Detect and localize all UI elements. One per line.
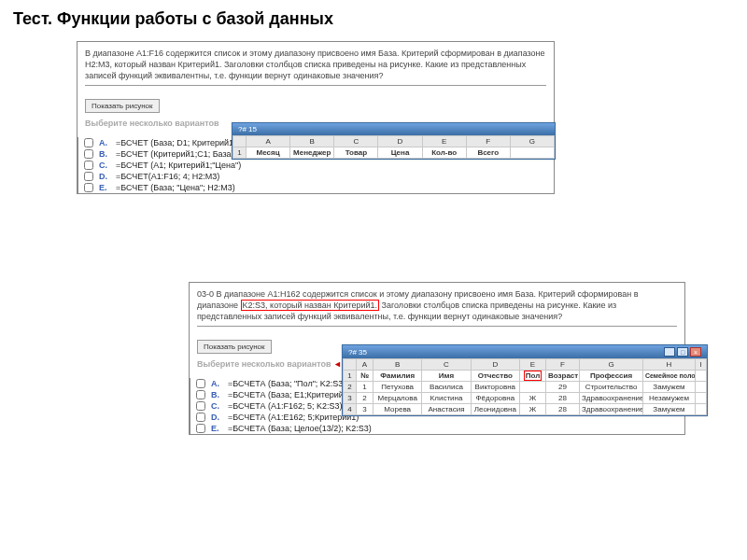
checkbox[interactable] <box>196 424 205 433</box>
show-image-button-2[interactable]: Показать рисунок <box>197 340 272 354</box>
checkbox[interactable] <box>84 161 93 170</box>
question-text-2: 03-0 В диапазоне A1:H162 содержится спис… <box>197 288 677 322</box>
show-image-button-1[interactable]: Показать рисунок <box>85 99 160 113</box>
window-title: ?# 35 <box>348 348 367 357</box>
spreadsheet-window-1: ?# 15 ABCDEFG 1МесяцМенеджерТоварЦенаКол… <box>232 122 556 160</box>
divider <box>197 326 677 327</box>
option-letter: D. <box>211 413 228 422</box>
option-letter: D. <box>99 172 116 181</box>
window-buttons: _ □ × <box>664 347 701 357</box>
window-title: ?# 15 <box>238 125 257 133</box>
checkbox[interactable] <box>196 413 205 422</box>
spreadsheet-grid: ABCDEFG 1МесяцМенеджерТоварЦенаКол-воВсе… <box>233 135 555 159</box>
option-row[interactable]: E.=БСЧЕТ (База; "Цена"; H2:M3) <box>78 182 554 193</box>
minimize-icon[interactable]: _ <box>664 347 675 357</box>
option-row[interactable]: D.=БСЧЕТ(A1:F16; 4; H2:M3) <box>78 171 554 182</box>
close-icon[interactable]: × <box>690 347 701 357</box>
checkbox[interactable] <box>84 138 93 147</box>
spreadsheet-grid: ABCDEFGHI 1№ФамилияИмяОтчествоПолВозраст… <box>343 358 707 415</box>
highlighted-range: K2:S3, который назван Критерий1. <box>241 300 379 311</box>
option-formula: =БСЧЕТА (База; "Пол"; K2:S3) <box>228 379 345 388</box>
option-formula: =БСЧЕТ (База; "Цена"; H2:M3) <box>116 183 235 192</box>
option-row[interactable]: C.=БСЧЕТ (A1; Критерий1;"Цена") <box>78 160 554 171</box>
checkbox[interactable] <box>84 149 93 159</box>
checkbox[interactable] <box>196 401 205 411</box>
option-letter: B. <box>99 149 116 159</box>
maximize-icon[interactable]: □ <box>677 347 688 357</box>
question-card-1: В диапазоне A1:F16 содержится список и э… <box>77 41 555 194</box>
option-formula: =БСЧЕТ (A1; Критерий1;"Цена") <box>116 161 241 170</box>
option-formula: =БСЧЕТ(A1:F16; 4; H2:M3) <box>116 172 219 181</box>
option-letter: A. <box>99 138 116 147</box>
option-letter: A. <box>211 379 228 388</box>
divider <box>85 85 546 86</box>
checkbox[interactable] <box>84 183 93 192</box>
page-title: Тест. Функции работы с базой данных <box>0 0 747 38</box>
window-titlebar: ?# 15 <box>233 123 555 135</box>
question-text-1: В диапазоне A1:F16 содержится список и э… <box>85 48 546 81</box>
option-row[interactable]: E.=БСЧЕТА (База; Целое(13/2); K2:S3) <box>190 423 684 434</box>
option-letter: E. <box>99 183 116 192</box>
checkbox[interactable] <box>196 390 205 399</box>
option-letter: C. <box>99 161 116 170</box>
option-formula: =БСЧЕТ (База; D1; Критерий1) <box>116 138 236 147</box>
checkbox[interactable] <box>196 379 205 388</box>
spreadsheet-window-2: ?# 35 _ □ × ABCDEFGHI 1№ФамилияИмяОтчест… <box>342 344 708 416</box>
option-formula: =БСЧЕТА (База; Целое(13/2); K2:S3) <box>228 424 372 433</box>
option-letter: E. <box>211 424 228 433</box>
red-arrow-icon: ◄ <box>331 359 342 369</box>
option-letter: C. <box>211 401 228 411</box>
option-formula: =БСЧЕТА (A1:E162; 5;Критерий1) <box>228 413 359 422</box>
option-letter: B. <box>211 390 228 399</box>
checkbox[interactable] <box>84 172 93 181</box>
option-formula: =БСЧЕТА (A1:F162; 5; K2:S3) <box>228 401 343 411</box>
window-titlebar: ?# 35 _ □ × <box>343 345 707 358</box>
option-formula: =БСЧЕТА (База; E1;Критерий1) <box>228 390 351 399</box>
option-formula: =БСЧЕТ (Критерий1;C1; База) <box>116 149 234 159</box>
